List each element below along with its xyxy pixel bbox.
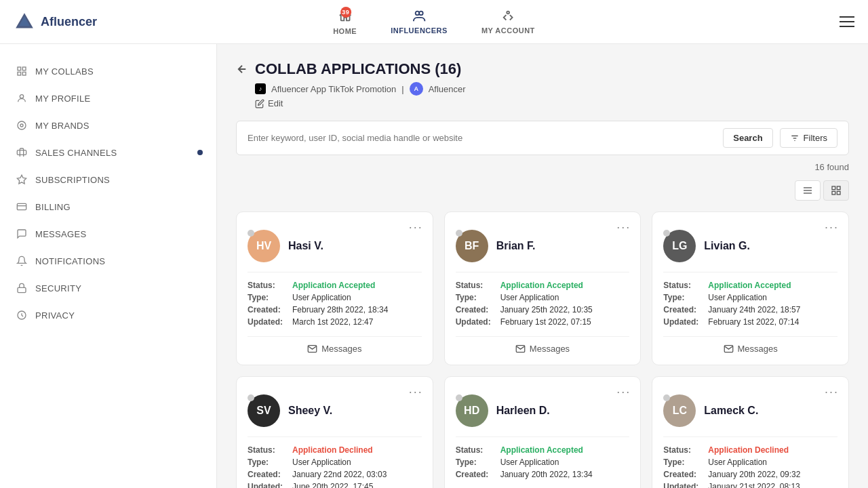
- sidebar-label-my-collabs: MY COLLABS: [35, 66, 94, 77]
- svg-rect-24: [837, 186, 840, 190]
- sidebar: MY COLLABS MY PROFILE MY BRANDS SALES CH…: [0, 44, 217, 488]
- card-user-6: LC Lameck C.: [663, 394, 837, 427]
- card-menu-6[interactable]: ···: [825, 385, 839, 399]
- info-type-1: Type: User Application: [248, 293, 422, 302]
- info-created-5: Created: January 20th 2022, 13:34: [456, 470, 630, 479]
- card-menu-4[interactable]: ···: [409, 385, 423, 399]
- info-status-6: Status: Application Declined: [663, 445, 837, 455]
- updated-label-4: Updated:: [248, 482, 288, 488]
- user-name-1: Hasi V.: [288, 240, 323, 252]
- type-label-5: Type:: [456, 458, 496, 467]
- card-divider-1: [248, 272, 422, 272]
- info-created-1: Created: February 28th 2022, 18:34: [248, 305, 422, 314]
- logo[interactable]: Afluencer: [14, 11, 97, 33]
- sidebar-dot-sales-channels: [197, 150, 203, 155]
- sidebar-item-subscriptions[interactable]: SUBSCRIPTIONS: [0, 166, 216, 193]
- sidebar-item-my-profile[interactable]: MY PROFILE: [0, 85, 216, 112]
- updated-value-4: June 20th 2022, 17:45: [292, 482, 373, 488]
- type-value-2: User Application: [500, 293, 559, 302]
- search-input[interactable]: [248, 133, 716, 143]
- nav-influencers[interactable]: INFLUENCERS: [384, 6, 454, 37]
- list-view-button[interactable]: [795, 180, 821, 201]
- avatar-wrapper-3: LG: [663, 230, 696, 262]
- nav-my-account-label: MY ACCOUNT: [481, 26, 535, 35]
- sidebar-item-privacy[interactable]: PRIVACY: [0, 302, 216, 329]
- cards-grid: ··· HV Hasi V. Status: Application Accep…: [236, 211, 849, 488]
- created-label-2: Created:: [456, 305, 496, 314]
- sidebar-item-sales-channels[interactable]: SALES CHANNELS: [0, 139, 216, 166]
- messages-button-2[interactable]: Messages: [515, 344, 570, 354]
- card-menu-2[interactable]: ···: [616, 220, 631, 235]
- updated-value-6: January 21st 2022, 08:13: [708, 482, 800, 488]
- updated-value-2: February 1st 2022, 07:15: [500, 317, 591, 327]
- updated-label-3: Updated:: [663, 317, 704, 327]
- platform-name: Afluencer App TikTok Promotion: [271, 84, 396, 94]
- status-dot-2: [456, 230, 462, 237]
- nav-my-account[interactable]: MY ACCOUNT: [475, 6, 542, 37]
- card-menu-5[interactable]: ···: [616, 385, 631, 399]
- grid-view-button[interactable]: [823, 180, 849, 201]
- info-updated-6: Updated: January 21st 2022, 08:13: [663, 482, 837, 488]
- status-label-2: Status:: [456, 281, 496, 290]
- svg-rect-13: [17, 203, 26, 209]
- edit-label: Edit: [268, 98, 283, 108]
- status-label-1: Status:: [248, 281, 288, 290]
- sidebar-label-my-profile: MY PROFILE: [35, 94, 91, 104]
- sidebar-label-subscriptions: SUBSCRIPTIONS: [35, 175, 110, 185]
- tiktok-icon: ♪: [255, 83, 266, 94]
- created-label-1: Created:: [248, 305, 288, 314]
- sidebar-item-my-collabs[interactable]: MY COLLABS: [0, 58, 216, 85]
- search-button[interactable]: Search: [723, 128, 772, 148]
- user-name-2: Brian F.: [496, 240, 536, 252]
- card-info-2: Status: Application Accepted Type: User …: [456, 281, 630, 327]
- card-menu-3[interactable]: ···: [825, 220, 839, 235]
- type-value-3: User Application: [708, 293, 767, 302]
- messages-button-1[interactable]: Messages: [307, 344, 361, 354]
- status-value-2: Application Accepted: [500, 281, 583, 290]
- card-user-2: BF Brian F.: [456, 230, 630, 262]
- card-info-3: Status: Application Accepted Type: User …: [663, 281, 837, 327]
- card-footer-3: Messages: [663, 336, 837, 354]
- card-info-4: Status: Application Declined Type: User …: [248, 445, 422, 488]
- svg-rect-7: [18, 72, 21, 75]
- svg-rect-15: [18, 287, 26, 292]
- svg-rect-5: [18, 67, 21, 70]
- messages-button-3[interactable]: Messages: [724, 344, 778, 354]
- top-nav: Afluencer 39 HOME INFLUENCERS: [0, 0, 868, 44]
- info-status-2: Status: Application Accepted: [456, 281, 630, 290]
- status-label-3: Status:: [663, 281, 704, 290]
- info-status-3: Status: Application Accepted: [663, 281, 837, 290]
- info-created-4: Created: January 22nd 2022, 03:03: [248, 470, 422, 479]
- info-type-6: Type: User Application: [663, 458, 837, 467]
- card-4: ··· SV Sheey V. Status: Application Decl…: [236, 376, 433, 488]
- svg-rect-25: [832, 191, 835, 195]
- card-info-1: Status: Application Accepted Type: User …: [248, 281, 422, 327]
- view-toggle: [236, 180, 849, 201]
- hamburger-menu[interactable]: [840, 16, 854, 27]
- sidebar-item-notifications[interactable]: NOTIFICATIONS: [0, 247, 216, 274]
- nav-home[interactable]: 39 HOME: [326, 5, 363, 38]
- back-button[interactable]: [236, 63, 248, 75]
- info-status-1: Status: Application Accepted: [248, 281, 422, 290]
- page-subtitle: ♪ Afluencer App TikTok Promotion | A Afl…: [255, 82, 849, 96]
- avatar-wrapper-4: SV: [248, 394, 280, 427]
- sidebar-item-messages[interactable]: MESSAGES: [0, 220, 216, 247]
- avatar-wrapper-6: LC: [663, 394, 696, 427]
- brand-avatar: A: [410, 82, 423, 96]
- sidebar-label-my-brands: MY BRANDS: [35, 121, 90, 131]
- created-value-4: January 22nd 2022, 03:03: [292, 470, 387, 479]
- edit-button[interactable]: Edit: [255, 98, 849, 108]
- type-label-3: Type:: [663, 293, 704, 302]
- card-user-1: HV Hasi V.: [248, 230, 422, 262]
- sidebar-item-billing[interactable]: BILLING: [0, 193, 216, 220]
- brand-name: Afluencer: [429, 84, 466, 94]
- type-value-4: User Application: [292, 458, 351, 467]
- sidebar-item-security[interactable]: SECURITY: [0, 274, 216, 302]
- type-value-5: User Application: [500, 458, 559, 467]
- status-value-4: Application Declined: [292, 445, 373, 455]
- filter-button[interactable]: Filters: [780, 128, 837, 148]
- sidebar-label-billing: BILLING: [35, 202, 71, 212]
- status-label-6: Status:: [663, 445, 704, 455]
- card-menu-1[interactable]: ···: [409, 220, 423, 235]
- sidebar-item-my-brands[interactable]: MY BRANDS: [0, 112, 216, 139]
